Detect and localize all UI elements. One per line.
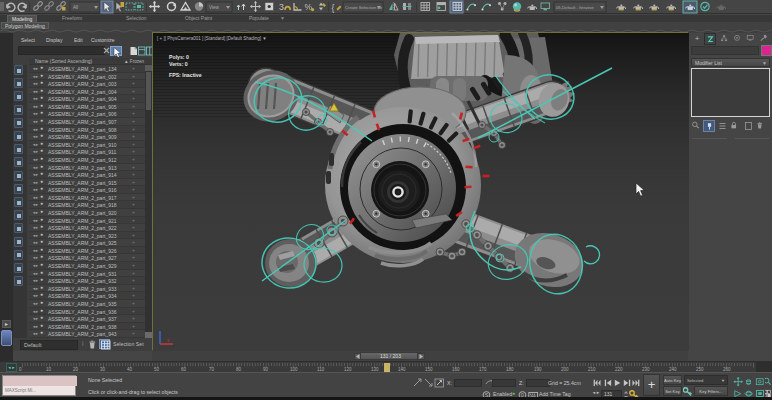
svg-text:3: 3: [279, 2, 284, 12]
svg-text:All: All: [73, 5, 78, 10]
svg-text:[ + ][ PhysCamera001 ] [Standa: [ + ][ PhysCamera001 ] [Standard] [Defau…: [157, 36, 267, 41]
svg-text:FPS: Inactive: FPS: Inactive: [169, 72, 202, 78]
svg-text:View: View: [209, 5, 219, 10]
svg-text:{: {: [332, 3, 335, 13]
svg-text:Verts: 0: Verts: 0: [169, 61, 188, 67]
svg-text:Create Selection Se: Create Selection Se: [345, 5, 383, 10]
svg-text:05-Default - Iterative: 05-Default - Iterative: [556, 5, 595, 10]
svg-text:Polys: 0: Polys: 0: [169, 54, 189, 60]
